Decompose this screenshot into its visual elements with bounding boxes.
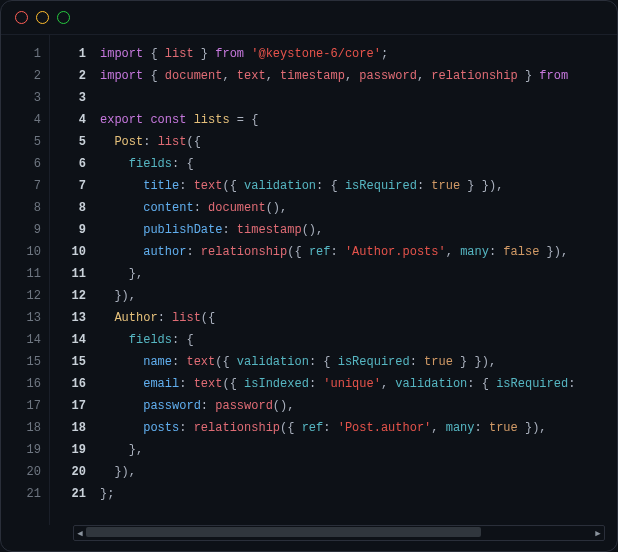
token [100, 355, 143, 369]
scroll-thumb[interactable] [86, 527, 481, 537]
token: list [158, 135, 187, 149]
gutter-line: 9 [50, 219, 86, 241]
token: validation [395, 377, 467, 391]
token: : [410, 355, 424, 369]
token: Author [114, 311, 157, 325]
gutter-line: 16 [50, 373, 86, 395]
scroll-right-icon[interactable]: ▶ [592, 527, 604, 539]
gutter-line: 18 [1, 417, 41, 439]
gutter-line: 17 [1, 395, 41, 417]
token: : [475, 421, 489, 435]
code-line[interactable]: fields: { [100, 329, 617, 351]
scroll-track[interactable] [86, 526, 592, 540]
gutter-line: 7 [1, 175, 41, 197]
token: ({ [222, 179, 244, 193]
code-line[interactable]: title: text({ validation: { isRequired: … [100, 175, 617, 197]
gutter-line: 20 [1, 461, 41, 483]
token: : [172, 355, 186, 369]
token: text [194, 377, 223, 391]
token: publishDate [143, 223, 222, 237]
gutter-line: 3 [50, 87, 86, 109]
code-line[interactable]: name: text({ validation: { isRequired: t… [100, 351, 617, 373]
code-line[interactable]: Post: list({ [100, 131, 617, 153]
token: ({ [222, 377, 244, 391]
token: (), [266, 201, 288, 215]
token: , [417, 69, 431, 83]
token: text [194, 179, 223, 193]
line-gutter-inner: 123456789101112131415161718192021 [50, 35, 94, 525]
token: ({ [186, 135, 200, 149]
token: author [143, 245, 186, 259]
code-line[interactable]: export const lists = { [100, 109, 617, 131]
code-line[interactable]: import { document, text, timestamp, pass… [100, 65, 617, 87]
token: name [143, 355, 172, 369]
token: }, [100, 267, 143, 281]
code-line[interactable]: }; [100, 483, 617, 505]
code-line[interactable]: Author: list({ [100, 307, 617, 329]
gutter-line: 15 [50, 351, 86, 373]
token: = { [230, 113, 259, 127]
token [100, 201, 143, 215]
code-line[interactable]: }, [100, 263, 617, 285]
token: 'Author.posts' [345, 245, 446, 259]
gutter-line: 2 [50, 65, 86, 87]
token: : [489, 245, 503, 259]
code-line[interactable]: password: password(), [100, 395, 617, 417]
token: text [186, 355, 215, 369]
token: document [208, 201, 266, 215]
token: Post [114, 135, 143, 149]
token: : [309, 377, 323, 391]
token: : { [316, 179, 345, 193]
line-gutter-outer: 123456789101112131415161718192021 [1, 35, 50, 525]
code-line[interactable]: email: text({ isIndexed: 'unique', valid… [100, 373, 617, 395]
token [100, 179, 143, 193]
titlebar [1, 1, 617, 34]
gutter-line: 11 [1, 263, 41, 285]
gutter-line: 3 [1, 87, 41, 109]
minimize-icon[interactable] [36, 11, 49, 24]
scroll-left-icon[interactable]: ◀ [74, 527, 86, 539]
token: title [143, 179, 179, 193]
token: ref [309, 245, 331, 259]
code-line[interactable]: }), [100, 285, 617, 307]
token [100, 157, 129, 171]
token: timestamp [280, 69, 345, 83]
horizontal-scrollbar[interactable]: ◀ ▶ [73, 525, 605, 541]
gutter-line: 8 [50, 197, 86, 219]
close-icon[interactable] [15, 11, 28, 24]
token: isRequired [338, 355, 410, 369]
gutter-line: 19 [50, 439, 86, 461]
code-line[interactable]: }, [100, 439, 617, 461]
code-area[interactable]: import { list } from '@keystone-6/core';… [94, 35, 617, 525]
token: : [330, 245, 344, 259]
token: }), [100, 465, 136, 479]
token: : [143, 135, 157, 149]
token [100, 333, 129, 347]
code-editor: 123456789101112131415161718192021 123456… [1, 34, 617, 525]
token: { [143, 69, 165, 83]
gutter-line: 5 [1, 131, 41, 153]
gutter-line: 1 [50, 43, 86, 65]
code-line[interactable]: }), [100, 461, 617, 483]
code-line[interactable]: import { list } from '@keystone-6/core'; [100, 43, 617, 65]
token: list [172, 311, 201, 325]
token: }), [539, 245, 568, 259]
token: : { [309, 355, 338, 369]
code-line[interactable]: posts: relationship({ ref: 'Post.author'… [100, 417, 617, 439]
code-line[interactable]: content: document(), [100, 197, 617, 219]
token: : [323, 421, 337, 435]
token: false [503, 245, 539, 259]
token: } [194, 47, 216, 61]
token: password [359, 69, 417, 83]
token: isRequired [345, 179, 417, 193]
token: : { [172, 157, 194, 171]
token: relationship [201, 245, 287, 259]
code-line[interactable]: publishDate: timestamp(), [100, 219, 617, 241]
code-line[interactable]: fields: { [100, 153, 617, 175]
token: : [186, 245, 200, 259]
token: } [518, 69, 540, 83]
gutter-line: 19 [1, 439, 41, 461]
code-line[interactable] [100, 87, 617, 109]
code-line[interactable]: author: relationship({ ref: 'Author.post… [100, 241, 617, 263]
zoom-icon[interactable] [57, 11, 70, 24]
